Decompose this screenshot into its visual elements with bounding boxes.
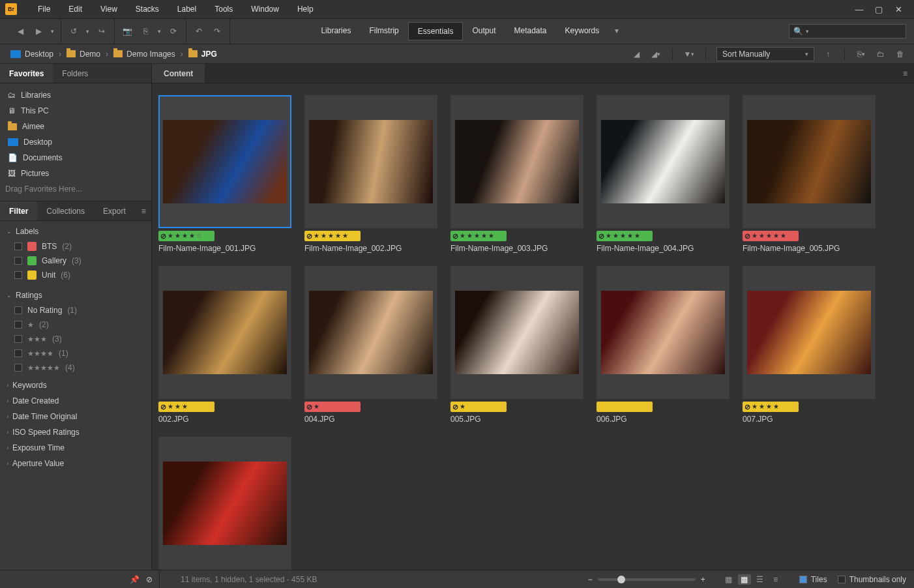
checkbox[interactable] bbox=[14, 306, 22, 314]
ratings-filter-icon[interactable]: ◢ bbox=[630, 48, 642, 60]
refine-dropdown-icon[interactable]: ▾ bbox=[158, 28, 161, 35]
panel-menu-icon[interactable]: ≡ bbox=[135, 201, 151, 220]
fav-libraries[interactable]: 🗂Libraries bbox=[0, 87, 151, 103]
zoom-in-icon[interactable]: + bbox=[701, 575, 705, 584]
filter-exposure-header[interactable]: ›Exposure Time bbox=[0, 440, 150, 456]
fav-documents[interactable]: 📄Documents bbox=[0, 150, 151, 166]
sort-ascending-icon[interactable]: ↑ bbox=[822, 48, 834, 60]
menu-help[interactable]: Help bbox=[288, 0, 323, 18]
rotate-ccw-icon[interactable]: ↶ bbox=[193, 25, 205, 37]
thumbnail-frame[interactable] bbox=[304, 266, 437, 399]
rating-label-bar[interactable]: ⊘★★★★ bbox=[743, 402, 799, 412]
thumbnail-frame[interactable] bbox=[743, 95, 876, 228]
tab-filter[interactable]: Filter bbox=[0, 201, 37, 220]
ratings-header[interactable]: ⌄Ratings bbox=[0, 287, 150, 303]
thumbnail-frame[interactable] bbox=[158, 95, 291, 228]
fav-aimee[interactable]: Aimee bbox=[0, 119, 151, 134]
thumbnail-item[interactable]: 006.JPG bbox=[597, 266, 730, 424]
filter-rating-3[interactable]: ★★★(3) bbox=[0, 332, 150, 346]
workspace-more-icon[interactable]: ▾ bbox=[608, 22, 625, 40]
filter-label-gallery[interactable]: Gallery(3) bbox=[0, 254, 150, 268]
thumbnail-frame[interactable] bbox=[304, 95, 437, 228]
thumbnail-item[interactable]: ⊘★★★★☆Film-Name-Image_001.JPG bbox=[158, 95, 291, 253]
thumbnail-item[interactable]: ⊘★★★★★Film-Name-Image_005.JPG bbox=[743, 95, 876, 253]
crumb-jpg[interactable]: JPG bbox=[186, 50, 220, 59]
zoom-slider[interactable] bbox=[598, 578, 696, 581]
filter-date-created-header[interactable]: ›Date Created bbox=[0, 393, 150, 409]
tab-favorites[interactable]: Favorites bbox=[0, 64, 53, 83]
recent-dropdown-icon[interactable]: ▾ bbox=[86, 28, 89, 35]
ratings-filter-2-icon[interactable]: ◢▾ bbox=[650, 48, 662, 60]
thumbnail-frame[interactable] bbox=[450, 266, 583, 399]
view-details-icon[interactable]: ☰ bbox=[754, 574, 767, 585]
rotate-cw-icon[interactable]: ↷ bbox=[211, 25, 223, 37]
thumbnail-item[interactable]: ⊘★★★002.JPG bbox=[158, 266, 291, 424]
menu-label[interactable]: Label bbox=[168, 0, 205, 18]
tab-export[interactable]: Export bbox=[94, 201, 135, 220]
filter-date-time-header[interactable]: ›Date Time Original bbox=[0, 409, 150, 424]
thumbnail-item[interactable] bbox=[158, 437, 291, 570]
filter-rating-1[interactable]: ★(2) bbox=[0, 317, 150, 332]
menu-stacks[interactable]: Stacks bbox=[126, 0, 168, 18]
thumbnail-item[interactable]: ⊘★★★★007.JPG bbox=[743, 266, 876, 424]
tab-essentials[interactable]: Essentials bbox=[408, 22, 464, 40]
rating-label-bar[interactable]: ⊘★ bbox=[450, 402, 507, 412]
checkbox[interactable] bbox=[14, 349, 22, 357]
thumbnail-item[interactable]: ⊘★004.JPG bbox=[304, 266, 437, 424]
slider-thumb[interactable] bbox=[617, 576, 625, 583]
rating-label-bar[interactable]: ⊘★★★★☆ bbox=[158, 231, 214, 241]
thumbnail-frame[interactable] bbox=[158, 266, 291, 399]
filter-label-unit[interactable]: Unit(6) bbox=[0, 268, 150, 282]
refine-icon[interactable]: ⎘ bbox=[140, 25, 151, 37]
checkbox[interactable] bbox=[14, 321, 22, 329]
cancel-icon[interactable]: ⊘ bbox=[146, 575, 153, 584]
crumb-demo[interactable]: Demo bbox=[64, 50, 103, 59]
filter-keywords-header[interactable]: ›Keywords bbox=[0, 377, 150, 393]
tab-content[interactable]: Content bbox=[152, 64, 205, 83]
content-menu-icon[interactable]: ≡ bbox=[896, 64, 914, 83]
menu-tools[interactable]: Tools bbox=[205, 0, 242, 18]
thumbnail-item[interactable]: ⊘★005.JPG bbox=[450, 266, 583, 424]
forward-icon[interactable]: ▶ bbox=[33, 25, 44, 37]
thumbnail-frame[interactable] bbox=[450, 95, 583, 228]
tab-folders[interactable]: Folders bbox=[53, 64, 97, 83]
thumbnail-frame[interactable] bbox=[597, 95, 730, 228]
checkbox[interactable] bbox=[14, 243, 22, 250]
zoom-out-icon[interactable]: − bbox=[588, 575, 593, 584]
pin-icon[interactable]: 📌 bbox=[130, 575, 140, 584]
filter-aperture-header[interactable]: ›Aperture Value bbox=[0, 456, 150, 471]
thumbnail-frame[interactable] bbox=[743, 266, 876, 399]
funnel-filter-icon[interactable]: ▼▾ bbox=[683, 48, 695, 60]
trash-icon[interactable]: 🗑 bbox=[894, 48, 906, 60]
filter-rating-none[interactable]: No Rating(1) bbox=[0, 303, 150, 317]
thumbnail-item[interactable]: ⊘★★★★★Film-Name-Image_004.JPG bbox=[597, 95, 730, 253]
checkbox[interactable] bbox=[838, 576, 846, 583]
tab-keywords[interactable]: Keywords bbox=[556, 22, 609, 40]
sort-select[interactable]: Sort Manually ▾ bbox=[716, 47, 814, 61]
close-icon[interactable]: ✕ bbox=[893, 5, 904, 14]
fav-pictures[interactable]: 🖼Pictures bbox=[0, 166, 151, 181]
menu-view[interactable]: View bbox=[91, 0, 126, 18]
rating-label-bar[interactable]: ⊘★★★★★ bbox=[743, 231, 799, 241]
rating-label-bar[interactable]: ⊘★★★★★ bbox=[450, 231, 507, 241]
search-dropdown-icon[interactable]: ▾ bbox=[806, 28, 809, 35]
checkbox[interactable] bbox=[14, 257, 22, 265]
tab-libraries[interactable]: Libraries bbox=[312, 22, 360, 40]
labels-header[interactable]: ⌄Labels bbox=[0, 224, 150, 239]
thumbnail-frame[interactable] bbox=[158, 437, 291, 570]
view-grid-icon[interactable]: ▦ bbox=[738, 574, 751, 585]
search-input[interactable]: 🔍 ▾ bbox=[789, 24, 906, 38]
thumbnail-frame[interactable] bbox=[597, 266, 730, 399]
filter-iso-header[interactable]: ›ISO Speed Ratings bbox=[0, 424, 150, 440]
tab-output[interactable]: Output bbox=[463, 22, 505, 40]
boomerang-icon[interactable]: ↪ bbox=[96, 25, 108, 37]
thumbnail-item[interactable]: ⊘★★★★★Film-Name-Image_003.JPG bbox=[450, 95, 583, 253]
tab-collections[interactable]: Collections bbox=[37, 201, 94, 220]
menu-file[interactable]: File bbox=[29, 0, 59, 18]
menu-window[interactable]: Window bbox=[242, 0, 288, 18]
rating-label-bar[interactable] bbox=[597, 402, 653, 412]
maximize-icon[interactable]: ▢ bbox=[874, 5, 884, 14]
view-list-icon[interactable]: ≡ bbox=[769, 574, 782, 585]
filter-rating-5[interactable]: ★★★★★(4) bbox=[0, 360, 150, 375]
crumb-desktop[interactable]: Desktop bbox=[8, 50, 56, 59]
